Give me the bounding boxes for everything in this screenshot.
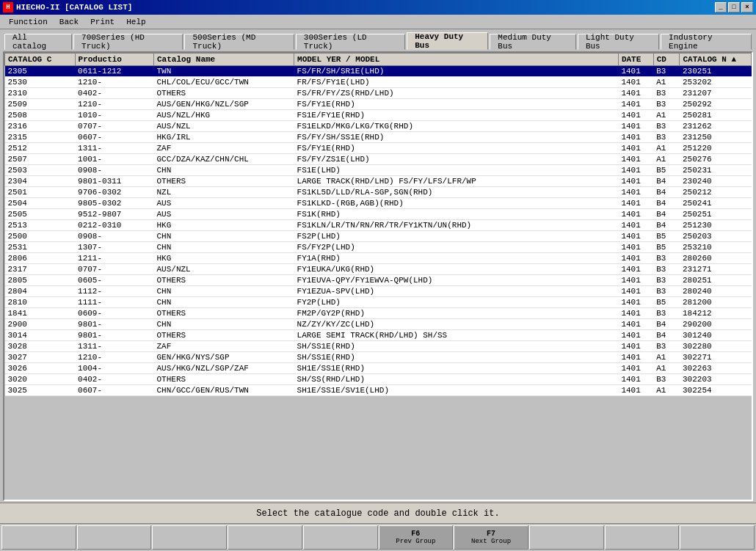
col-productio: Productio [75, 54, 153, 66]
table-row[interactable]: 25019706-0302NZLFS1KL5D/LLD/RLA-SGP,SGN(… [5, 187, 752, 198]
table-row[interactable]: 25311307-CHNFS/FY2P(LHD)1401B5253210 [5, 242, 752, 253]
table-row[interactable]: 30149801-OTHERSLARGE SEMI TRACK(RHD/LHD)… [5, 330, 752, 341]
table-row[interactable]: 28101111-CHNFY2P(LHD)1401B5281200 [5, 297, 752, 308]
fn-key-4 [228, 525, 302, 550]
table-row[interactable]: 23170707-AUS/NZLFY1EUKA/UKG(RHD)1401B323… [5, 264, 752, 275]
menu-item-back[interactable]: Back [54, 16, 84, 28]
table-row[interactable]: 28050605-OTHERSFY1EUVA-QPY/FY1EWVA-QPW(L… [5, 275, 752, 286]
table-body: 23050611-1212TWNFS/FR/SH/SR1E(LHD)1401B3… [5, 66, 752, 396]
table-row[interactable]: 30200402-OTHERSSH/SS(RHD/LHD)1401B330220… [5, 374, 752, 385]
fn-key-3 [152, 525, 227, 550]
tab-light-duty-bus[interactable]: Light Duty Bus [578, 34, 659, 50]
table-row[interactable]: 25071001-GCC/DZA/KAZ/CHN/CHLFS/FY/ZS1E(L… [5, 154, 752, 165]
close-button[interactable]: × [741, 2, 753, 12]
table-row[interactable]: 25059512-9807AUSFS1K(RHD)1401B4250251 [5, 209, 752, 220]
fn-key-num: F6 [411, 530, 420, 538]
tab-500series[interactable]: 500Series (MD Truck) [184, 34, 294, 50]
tab-medium-duty-bus[interactable]: Medium Duty Bus [490, 34, 576, 50]
table-row[interactable]: 28061211-HKGFY1A(RHD)1401B3280260 [5, 253, 752, 264]
table-row[interactable]: 25000908-CHNFS2P(LHD)1401B5250203 [5, 231, 752, 242]
tab-all-catalog[interactable]: All catalog [4, 34, 72, 50]
table-wrapper: CATALOG C Productio Catalog Name MODEL Y… [3, 51, 753, 501]
fn-key-num: F7 [487, 530, 495, 538]
fn-key-2 [77, 525, 152, 550]
fn-key-8 [529, 525, 604, 550]
col-catalog-c: CATALOG C [5, 54, 76, 66]
app-icon: H [3, 2, 13, 12]
table-row[interactable]: 23049801-0311OTHERSLARGE TRACK(RHD/LHD) … [5, 176, 752, 187]
table-row[interactable]: 23100402-OTHERSFS/FR/FY/ZS(RHD/LHD)1401B… [5, 88, 752, 99]
table-row[interactable]: 25130212-0310HKGFS1KLN/LR/TN/RN/RR/TR/FY… [5, 220, 752, 231]
tab-700series[interactable]: 700Series (HD Truck) [73, 34, 183, 50]
table-row[interactable]: 30271210-GEN/HKG/NYS/SGPSH/SS1E(RHD)1401… [5, 352, 752, 363]
table-row[interactable]: 30250607-CHN/GCC/GEN/RUS/TWNSH1E/SS1E/SV… [5, 385, 752, 396]
menu-bar: FunctionBackPrintHelp [0, 15, 756, 29]
title-bar-text: HIECHO-II [CATALOG LIST] [16, 3, 132, 12]
header-row: CATALOG C Productio Catalog Name MODEL Y… [5, 54, 752, 66]
menu-item-help[interactable]: Help [120, 16, 151, 28]
menu-item-function[interactable]: Function [3, 16, 54, 28]
tab-heavy-duty-bus[interactable]: Heavy Duty Bus [407, 32, 488, 50]
catalog-table: CATALOG C Productio Catalog Name MODEL Y… [4, 53, 752, 396]
fn-key-10 [680, 525, 755, 550]
fn-key-9 [605, 525, 680, 550]
fn-key-1 [1, 525, 76, 550]
table-row[interactable]: 25301210-CHL/COL/ECU/GCC/TWNFR/FS/FY1E(L… [5, 77, 752, 88]
table-row[interactable]: 25091210-AUS/GEN/HKG/NZL/SGPFS/FY1E(RHD)… [5, 99, 752, 110]
minimize-button[interactable]: _ [715, 2, 727, 12]
col-date: DATE [618, 54, 653, 66]
fn-bar: F6Prev GroupF7Next Group [0, 523, 756, 551]
title-bar: H HIECHO-II [CATALOG LIST] _ □ × [0, 0, 756, 15]
fn-key-label: Next Group [471, 538, 511, 545]
table-row[interactable]: 23160707-AUS/NZLFS1ELKD/MKG/LKG/TKG(RHD)… [5, 121, 752, 132]
table-row[interactable]: 23050611-1212TWNFS/FR/SH/SR1E(LHD)1401B3… [5, 66, 752, 77]
title-bar-buttons: _ □ × [715, 2, 753, 12]
table-row[interactable]: 30261004-AUS/HKG/NZL/SGP/ZAFSH1E/SS1E(RH… [5, 363, 752, 374]
table-row[interactable]: 25081010-AUS/NZL/HKGFS1E/FY1E(RHD)1401A1… [5, 110, 752, 121]
status-message: Select the catalogue code and double cli… [256, 508, 499, 519]
tab-bar: All catalog700Series (HD Truck)500Series… [1, 29, 755, 50]
content-wrapper: All catalog700Series (HD Truck)500Series… [0, 29, 756, 551]
fn-key-F6[interactable]: F6Prev Group [379, 525, 454, 550]
table-row[interactable]: 28041112-CHNFY1EZUA-SPV(LHD)1401B3280240 [5, 286, 752, 297]
table-header: CATALOG C Productio Catalog Name MODEL Y… [5, 54, 752, 66]
menu-item-print[interactable]: Print [84, 16, 120, 28]
fn-key-label: Prev Group [396, 538, 435, 545]
table-row[interactable]: 23150607-HKG/IRLFS/FY/SH/SS1E(RHD)1401B3… [5, 132, 752, 143]
status-bar: Select the catalogue code and double cli… [0, 503, 756, 523]
maximize-button[interactable]: □ [728, 2, 740, 12]
table-row[interactable]: 25030908-CHNFS1E(LHD)1401B5250231 [5, 165, 752, 176]
table-row[interactable]: 30281311-ZAFSH/SS1E(RHD)1401B3302280 [5, 341, 752, 352]
col-cd: CD [653, 54, 680, 66]
tab-300series[interactable]: 300Series (LD Truck) [296, 34, 405, 50]
col-catalog-n: CATALOG N ▲ [680, 54, 752, 66]
col-model-yer: MODEL YER / MODEL [294, 54, 619, 66]
fn-key-F7[interactable]: F7Next Group [454, 525, 528, 550]
tabs-and-table: All catalog700Series (HD Truck)500Series… [0, 29, 756, 503]
fn-key-5 [303, 525, 378, 550]
table-row[interactable]: 25121311-ZAFFS/FY1E(RHD)1401A1251220 [5, 143, 752, 154]
col-catalog-name: Catalog Name [154, 54, 294, 66]
table-row[interactable]: 18410609-OTHERSFM2P/GY2P(RHD)1401B318421… [5, 308, 752, 319]
table-row[interactable]: 25049805-0302AUSFS1KLKD-(RGB,AGB)(RHD)14… [5, 198, 752, 209]
tab-industry-engine[interactable]: Industory Engine [661, 34, 752, 50]
table-row[interactable]: 29009801-CHNNZ/ZY/KY/ZC(LHD)1401B4290200 [5, 319, 752, 330]
scrollable-table[interactable]: CATALOG C Productio Catalog Name MODEL Y… [4, 53, 752, 500]
